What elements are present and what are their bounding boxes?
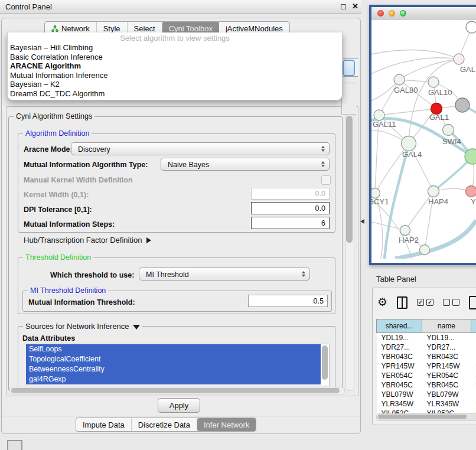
table-row[interactable]: YPR145WYPR145W9. [377, 361, 476, 371]
columns-icon[interactable] [397, 296, 407, 309]
application-root: Control Panel ◻ ✕ NetworkStyleSelectCyni… [0, 0, 476, 450]
table-panel-toolbar: ⚙ ✓✓ [377, 294, 476, 311]
column-header-shared[interactable]: shared... [377, 319, 422, 333]
which-threshold-select[interactable]: MI Threshold [139, 268, 310, 281]
tab-select-label: Select [134, 24, 155, 33]
algorithm-option-dream8-dc-tdc-algorithm[interactable]: Dream8 DC_TDC Algorithm [8, 89, 342, 99]
node-label-gal11: GAL11 [373, 120, 396, 129]
tab-infer-network[interactable]: Infer Network [197, 418, 256, 431]
network-node[interactable] [465, 149, 476, 164]
tab-infer-network-label: Infer Network [204, 420, 249, 429]
table-row[interactable]: YBR043CYBR043C [377, 352, 476, 361]
table-row[interactable]: YBR045CYBR045C9. [377, 380, 476, 390]
table-cell: 13 [471, 333, 476, 343]
zoom-window-icon[interactable] [400, 10, 406, 17]
mi-steps-field[interactable]: 6 [251, 217, 330, 229]
apply-button[interactable]: Apply [158, 398, 200, 413]
column-header-name[interactable]: name [422, 319, 471, 333]
table-row[interactable]: YER054CYER054C8. [377, 371, 476, 380]
algorithm-definition-title: Algorithm Definition [23, 129, 92, 138]
close-window-icon[interactable] [377, 10, 384, 17]
tab-impute-data[interactable]: Impute Data [76, 418, 132, 431]
network-node-gal11[interactable] [374, 110, 384, 120]
table-cell: YER054C [377, 371, 422, 380]
table-row[interactable]: YBL079WYBL079W [377, 390, 476, 399]
network-node[interactable] [420, 245, 430, 255]
tab-discretize-data-label: Discretize Data [138, 420, 190, 429]
settings-vertical-scrollbar-thumb[interactable] [346, 116, 353, 243]
network-node-gal10[interactable] [428, 77, 439, 87]
node-label-gal7: GAL7 [460, 65, 476, 74]
node-label-hap4: HAP4 [428, 197, 448, 206]
node-label-y: Y [471, 197, 476, 206]
select-all-columns-icon[interactable]: ✓✓ [417, 299, 433, 306]
tab-network-label: Network [61, 24, 90, 33]
tab-jactivemnodules-label: jActiveMNodules [226, 24, 283, 33]
node-label-gal4: GAL4 [402, 150, 422, 159]
deselect-all-columns-icon[interactable] [443, 299, 459, 306]
spinner-arrows-icon [318, 144, 328, 154]
table-horizontal-scrollbar-thumb[interactable] [378, 415, 467, 419]
attribute-item-selfloops[interactable]: SelfLoops [26, 344, 321, 354]
table-cell: YBR045C [377, 380, 422, 390]
node-label-hap2: HAP2 [399, 236, 419, 244]
table-cell: YLR345W [377, 399, 422, 409]
algorithm-option-bayesian-hill-climbing[interactable]: Bayesian – Hill Climbing [8, 43, 342, 53]
attribute-list-scrollbar[interactable] [322, 345, 328, 380]
table-cell [471, 352, 476, 361]
attribute-item-topologicalcoefficient[interactable]: TopologicalCoefficient [26, 354, 321, 364]
sources-toggle[interactable]: Sources for Network Inference [23, 322, 142, 331]
table-panel: ⚙ ✓✓ shared...name YDL19...YDL19...13YDR… [372, 288, 476, 425]
mi-algorithm-type-select[interactable]: Naive Bayes [161, 158, 330, 171]
algorithm-option-mutual-information-inference[interactable]: Mutual Information Inference [8, 71, 342, 80]
network-node-gcy1[interactable] [371, 188, 380, 198]
new-table-icon[interactable] [469, 296, 476, 309]
sources-title: Sources for Network Inference [25, 322, 129, 331]
mi-threshold-definition-title: MI Threshold Definition [28, 286, 108, 295]
network-node-hap4[interactable] [428, 186, 439, 197]
dpi-tolerance-field[interactable]: 0.0 [251, 202, 330, 214]
collapsed-panel-handle[interactable] [7, 440, 22, 450]
control-panel-titlebar: Control Panel ◻ ✕ [0, 0, 361, 14]
attribute-item-gal4rgexp[interactable]: gal4RGexp [26, 374, 321, 384]
column-header-cut[interactable] [471, 319, 476, 333]
mi-threshold-field[interactable]: 0.5 [248, 295, 328, 307]
node-table: shared...name YDL19...YDL19...13YDR27...… [376, 319, 476, 418]
table-panel-title: Table Panel [376, 275, 416, 283]
panel-bottom-divider [2, 416, 359, 416]
minimize-window-icon[interactable] [389, 10, 395, 17]
network-node-gal4[interactable] [402, 136, 416, 151]
hidden-combobox-spinner-fragment [343, 60, 355, 76]
table-cell: YBR043C [422, 352, 471, 361]
attribute-item-betweennesscentrality[interactable]: BetweennessCentrality [26, 364, 321, 374]
table-row[interactable]: YDL19...YDL19...13 [377, 333, 476, 343]
float-panel-icon[interactable]: ◻ [340, 2, 347, 11]
network-node-y[interactable] [466, 186, 476, 197]
manual-kernel-width-label: Manual Kernel Width Definition [24, 176, 133, 184]
algorithm-option-bayesian-k2[interactable]: Bayesian – K2 [8, 80, 342, 89]
node-label-swi4: SWI4 [442, 137, 461, 146]
algorithm-option-aracne-algorithm[interactable]: ARACNE Algorithm [8, 61, 342, 71]
gear-icon[interactable]: ⚙ [377, 296, 387, 308]
table-row[interactable]: YLR345WYLR345W9. [377, 399, 476, 409]
network-node[interactable] [466, 21, 476, 33]
table-row[interactable]: YDR27...YDR27...12 [377, 343, 476, 352]
table-horizontal-scrollbar[interactable] [376, 413, 476, 421]
network-node-swi4[interactable] [443, 125, 454, 136]
table-cell [471, 390, 476, 399]
hub-definition-toggle[interactable]: Hub/Transcription Factor Definition [24, 236, 151, 244]
table-cell: YBL079W [377, 390, 422, 399]
tab-discretize-data[interactable]: Discretize Data [132, 418, 197, 431]
network-node[interactable] [455, 98, 470, 112]
close-panel-icon[interactable]: ✕ [352, 2, 358, 11]
aracne-mode-select[interactable]: Discovery [71, 142, 330, 155]
manual-kernel-width-checkbox[interactable] [321, 175, 331, 185]
network-node-gal7[interactable] [454, 54, 464, 64]
network-node-hap2[interactable] [400, 226, 410, 236]
network-view-window[interactable]: GAL7GAL80GAL10GAL1GAL11SWI4GAL4GCY1HAP4Y… [369, 5, 476, 265]
data-attributes-list[interactable]: SelfLoopsTopologicalCoefficientBetweenne… [25, 344, 330, 386]
network-node-gal80[interactable] [394, 74, 405, 85]
settings-horizontal-scrollbar-thumb[interactable] [11, 388, 340, 393]
network-canvas[interactable]: GAL7GAL80GAL10GAL1GAL11SWI4GAL4GCY1HAP4Y… [371, 19, 476, 259]
algorithm-option-basic-correlation-inference[interactable]: Basic Correlation Inference [8, 53, 342, 62]
